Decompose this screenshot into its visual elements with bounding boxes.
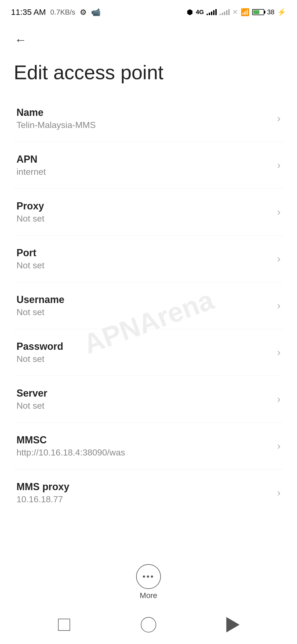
chevron-right-mmsc: › [277,440,280,452]
chevron-right-apn: › [277,160,280,171]
video-icon: 📹 [91,8,101,17]
no-signal-icon: ✕ [232,8,238,16]
settings-value-server: Not set [16,401,272,411]
settings-value-password: Not set [16,354,272,364]
chevron-right-name: › [277,113,280,124]
settings-value-apn: internet [16,167,272,177]
settings-item-apn-content: APN internet [16,154,272,177]
page-title: Edit access point [0,55,297,95]
settings-item-name[interactable]: Name Telin-Malaysia-MMS › [14,95,283,142]
settings-list: Name Telin-Malaysia-MMS › APN internet ›… [0,95,297,516]
settings-item-mms-proxy[interactable]: MMS proxy 10.16.18.77 › [14,470,283,516]
status-left: 11:35 AM 0.7KB/s ⚙ 📹 [11,7,101,17]
back-arrow-icon: ← [15,33,27,47]
more-dots-icon: ••• [142,572,155,581]
chevron-right-username: › [277,300,280,312]
settings-label-username: Username [16,294,272,305]
chevron-right-server: › [277,394,280,405]
settings-item-server-content: Server Not set [16,388,272,411]
top-nav: ← [0,22,297,55]
bottom-nav [0,605,297,644]
settings-value-mms-proxy: 10.16.18.77 [16,494,272,504]
chevron-right-mms-proxy: › [277,487,280,499]
settings-value-port: Not set [16,260,272,271]
settings-item-proxy[interactable]: Proxy Not set › [14,189,283,236]
settings-item-port-content: Port Not set [16,247,272,271]
signal-bars-2 [219,9,230,15]
settings-icon: ⚙ [80,8,87,17]
settings-item-mms-proxy-content: MMS proxy 10.16.18.77 [16,481,272,504]
more-circle-icon: ••• [136,564,161,589]
settings-label-name: Name [16,107,272,118]
settings-item-port[interactable]: Port Not set › [14,236,283,282]
signal-bars-1 [207,9,217,15]
back-button[interactable]: ← [11,30,30,50]
battery-icon [252,9,264,15]
settings-value-mmsc: http://10.16.18.4:38090/was [16,447,272,458]
settings-label-mmsc: MMSC [16,434,272,446]
settings-label-proxy: Proxy [16,200,272,212]
network-speed: 0.7KB/s [50,8,75,17]
home-button[interactable] [138,614,160,636]
status-time: 11:35 AM [11,7,46,17]
recents-button[interactable] [53,614,75,636]
settings-item-password[interactable]: Password Not set › [14,329,283,376]
nav-back-button[interactable] [222,614,244,636]
network-4g-label: 4G [196,9,204,16]
battery-percent: 38 [267,8,274,16]
settings-value-proxy: Not set [16,214,272,224]
settings-item-username-content: Username Not set [16,294,272,317]
settings-label-port: Port [16,247,272,259]
settings-label-server: Server [16,388,272,399]
settings-item-apn[interactable]: APN internet › [14,142,283,189]
settings-item-mmsc[interactable]: MMSC http://10.16.18.4:38090/was › [14,423,283,470]
status-bar: 11:35 AM 0.7KB/s ⚙ 📹 ⬢ 4G ✕ 📶 38 ⚡ [0,0,297,22]
settings-item-server[interactable]: Server Not set › [14,376,283,423]
settings-item-username[interactable]: Username Not set › [14,282,283,329]
more-button[interactable]: ••• More [136,564,161,600]
more-label: More [140,591,157,600]
wifi-icon: 📶 [241,8,249,17]
home-icon [141,617,156,632]
status-icons: ⬢ 4G ✕ 📶 38 ⚡ [187,8,286,17]
settings-label-apn: APN [16,154,272,165]
charging-icon: ⚡ [277,8,286,17]
settings-label-password: Password [16,341,272,352]
chevron-right-port: › [277,253,280,265]
settings-item-proxy-content: Proxy Not set [16,200,272,224]
recents-icon [58,619,70,631]
settings-item-password-content: Password Not set [16,341,272,364]
settings-value-username: Not set [16,307,272,317]
settings-item-mmsc-content: MMSC http://10.16.18.4:38090/was [16,434,272,458]
chevron-right-password: › [277,347,280,358]
settings-item-name-content: Name Telin-Malaysia-MMS [16,107,272,130]
back-nav-icon [226,617,240,632]
settings-value-name: Telin-Malaysia-MMS [16,120,272,130]
bluetooth-icon: ⬢ [187,8,193,17]
settings-label-mms-proxy: MMS proxy [16,481,272,493]
chevron-right-proxy: › [277,206,280,218]
